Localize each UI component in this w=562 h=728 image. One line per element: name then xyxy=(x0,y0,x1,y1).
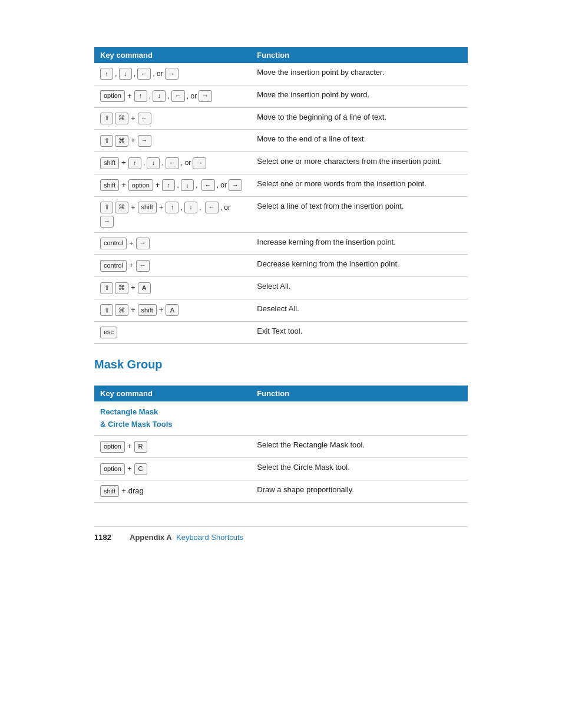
col-header-key: Key command xyxy=(94,47,251,63)
function-cell: Select the Circle Mask tool. xyxy=(251,458,468,480)
control-key: control xyxy=(100,260,127,272)
shift-icon: ⇧ xyxy=(100,113,113,124)
arrow-right-key: → xyxy=(193,157,206,169)
col-header-key: Key command xyxy=(94,386,251,401)
table-row: control + ← Decrease kerning from the in… xyxy=(94,255,468,277)
arrow-left-key: ← xyxy=(138,113,151,124)
r-key: R xyxy=(134,441,147,453)
table-row: ⇧ ⌘ + → Move to the end of a line of tex… xyxy=(94,130,468,152)
table-row: ⇧ ⌘ + A Select All. xyxy=(94,277,468,299)
table-row: esc Exit Text tool. xyxy=(94,321,468,343)
table-row: ⇧ ⌘ + ← Move to the beginning of a line … xyxy=(94,107,468,130)
arrow-up-key: ↑ xyxy=(128,157,141,169)
shift-key: shift xyxy=(100,485,119,497)
arrow-right-key: → xyxy=(100,216,114,228)
col-header-function: Function xyxy=(251,386,468,401)
function-cell: Select a line of text from the insertion… xyxy=(251,196,468,232)
mask-group-section: Mask Group xyxy=(94,358,468,371)
arrow-left-key: ← xyxy=(205,202,219,213)
shift-icon2: ⇧ xyxy=(100,202,113,213)
mask-tools-header-cell: Rectangle Mask & Circle Mask Tools xyxy=(94,401,251,436)
key-cell: control + ← xyxy=(94,255,251,277)
table-row: ⇧ ⌘ + shift + A Deselect All. xyxy=(94,299,468,321)
option-key: option xyxy=(100,441,125,453)
arrow-up-key: ↑ xyxy=(162,179,175,191)
option-key: option xyxy=(128,179,153,191)
key-cell: shift + drag xyxy=(94,480,251,502)
arrow-up-key: ↑ xyxy=(100,68,113,80)
arrow-left-key: ← xyxy=(171,90,185,102)
arrow-up-key: ↑ xyxy=(134,90,147,102)
arrow-right-key: → xyxy=(165,68,178,80)
function-cell: Decrease kerning from the insertion poin… xyxy=(251,255,468,277)
arrow-right-key: → xyxy=(199,90,212,102)
key-cell: control + → xyxy=(94,232,251,255)
a-key: A xyxy=(166,304,178,316)
function-cell: Move to the end of a line of text. xyxy=(251,130,468,152)
arrow-left-key: ← xyxy=(166,157,179,169)
page-footer: 1182 Appendix A Keyboard Shortcuts xyxy=(94,526,468,542)
col-header-function: Function xyxy=(251,47,468,63)
arrow-left-key: ← xyxy=(136,260,150,272)
cmd-key: ⌘ xyxy=(115,135,128,147)
key-cell: esc xyxy=(94,321,251,343)
rectangle-mask-label: Rectangle Mask xyxy=(100,406,245,419)
shift-icon: ⇧ xyxy=(100,135,113,147)
function-cell: Deselect All. xyxy=(251,299,468,321)
arrow-down-key: ↓ xyxy=(181,179,194,191)
a-key: A xyxy=(138,282,151,294)
key-cell: option + ↑ , ↓ , ← , or → xyxy=(94,85,251,107)
text-tool-table: Key command Function ↑ , ↓ , ← , or → Mo… xyxy=(94,47,468,344)
table-row: shift + ↑ , ↓ , ← , or → Select one or m… xyxy=(94,152,468,174)
shift-icon3: ⇧ xyxy=(100,282,113,294)
key-cell: ⇧ ⌘ + A xyxy=(94,277,251,299)
cmd-key: ⌘ xyxy=(115,202,128,213)
key-cell: ⇧ ⌘ + ← xyxy=(94,107,251,130)
function-cell: Draw a shape proportionally. xyxy=(251,480,468,502)
table-row: ↑ , ↓ , ← , or → Move the insertion poin… xyxy=(94,63,468,85)
cmd-key: ⌘ xyxy=(115,113,128,124)
function-cell: Exit Text tool. xyxy=(251,321,468,343)
shift-key: shift xyxy=(100,157,119,169)
function-cell: Select one or more characters from the i… xyxy=(251,152,468,174)
table-row: shift + option + ↑ , ↓ , ← , or → Select… xyxy=(94,174,468,196)
arrow-up-key: ↑ xyxy=(166,202,178,213)
table-row: option + ↑ , ↓ , ← , or → Move the inser… xyxy=(94,85,468,107)
arrow-right-key: → xyxy=(136,238,150,249)
function-cell: Select the Rectangle Mask tool. xyxy=(251,436,468,458)
page-number: 1182 xyxy=(94,533,118,542)
table-row: ⇧ ⌘ + shift + ↑ , ↓ , ← , or → Select a … xyxy=(94,196,468,232)
key-cell: ↑ , ↓ , ← , or → xyxy=(94,63,251,85)
control-key: control xyxy=(100,238,127,249)
function-cell: Move the insertion point by character. xyxy=(251,63,468,85)
circle-mask-label: & Circle Mask Tools xyxy=(100,419,245,431)
key-cell: ⇧ ⌘ + → xyxy=(94,130,251,152)
c-key: C xyxy=(134,463,147,475)
appendix-label: Appendix A Keyboard Shortcuts xyxy=(130,533,243,542)
arrow-right-key: → xyxy=(138,135,151,147)
shift-key: shift xyxy=(138,202,157,213)
table-row: option + R Select the Rectangle Mask too… xyxy=(94,436,468,458)
key-cell: option + C xyxy=(94,458,251,480)
drag-label: drag xyxy=(128,485,144,498)
option-key: option xyxy=(100,463,125,475)
cmd-key: ⌘ xyxy=(115,282,128,294)
key-cell: shift + option + ↑ , ↓ , ← , or → xyxy=(94,174,251,196)
key-cell: option + R xyxy=(94,436,251,458)
mask-group-title: Mask Group xyxy=(94,358,468,371)
table-row: option + C Select the Circle Mask tool. xyxy=(94,458,468,480)
arrow-right-key: → xyxy=(229,179,242,191)
key-cell: ⇧ ⌘ + shift + A xyxy=(94,299,251,321)
cmd-key: ⌘ xyxy=(115,304,128,316)
table-row: shift + drag Draw a shape proportionally… xyxy=(94,480,468,502)
arrow-left-key: ← xyxy=(137,68,151,80)
function-cell: Move the insertion point by word. xyxy=(251,85,468,107)
esc-key: esc xyxy=(100,327,117,338)
table-row: Rectangle Mask & Circle Mask Tools xyxy=(94,401,468,436)
table-row: control + → Increase kerning from the in… xyxy=(94,232,468,255)
function-cell xyxy=(251,401,468,436)
function-cell: Select one or more words from the insert… xyxy=(251,174,468,196)
shift-key: shift xyxy=(100,179,119,191)
function-cell: Increase kerning from the insertion poin… xyxy=(251,232,468,255)
shift-key: shift xyxy=(138,304,157,316)
